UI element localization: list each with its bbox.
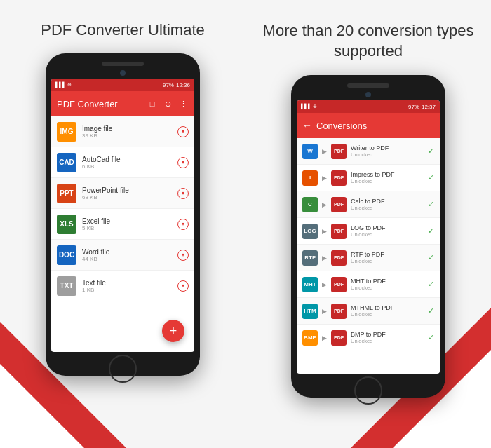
conversion-item[interactable]: W ▶ PDF Writer to PDF Unlocked ✓ bbox=[297, 138, 440, 165]
status-signal-left: ▌▌▌ ⊕ bbox=[55, 82, 161, 88]
app-header-left: PDF Converter □ ⊕ ⋮ bbox=[51, 91, 194, 116]
phone-camera bbox=[120, 70, 126, 76]
to-pdf-icon: PDF bbox=[331, 170, 347, 186]
file-type-icon: DOC bbox=[57, 245, 76, 265]
conversion-status: Unlocked bbox=[351, 231, 424, 238]
status-time-left: 12:36 bbox=[176, 82, 190, 88]
conversion-status: Unlocked bbox=[351, 258, 424, 264]
file-name: Word file bbox=[82, 248, 172, 256]
from-format-icon: RTF bbox=[302, 250, 318, 266]
conversions-title: Conversions bbox=[316, 121, 367, 131]
conversion-item[interactable]: C ▶ PDF Calc to PDF Unlocked ✓ bbox=[297, 191, 440, 218]
status-time-right: 12:37 bbox=[422, 104, 436, 110]
file-size: 39 KB bbox=[82, 133, 172, 139]
file-type-icon: XLS bbox=[57, 215, 76, 234]
conversion-status: Unlocked bbox=[351, 338, 424, 344]
file-info: PowerPoint file 68 KB bbox=[82, 186, 172, 201]
expand-icon[interactable]: ▾ bbox=[177, 188, 189, 199]
phone-speaker-right bbox=[347, 83, 389, 88]
from-format-icon: HTM bbox=[302, 304, 318, 319]
file-info: Word file 44 KB bbox=[82, 248, 172, 262]
arrow-icon: ▶ bbox=[322, 201, 327, 208]
file-item[interactable]: XLS Excel file 5 KB ▾ bbox=[51, 209, 194, 240]
expand-icon[interactable]: ▾ bbox=[177, 219, 189, 230]
conversion-item[interactable]: RTF ▶ PDF RTF to PDF Unlocked ✓ bbox=[297, 245, 440, 271]
conversion-status: Unlocked bbox=[351, 311, 424, 318]
globe-icon[interactable]: ⊕ bbox=[162, 98, 173, 109]
phone-camera-right bbox=[365, 92, 371, 97]
file-size: 6 KB bbox=[82, 163, 172, 170]
left-panel: PDF Converter Ultimate ▌▌▌ ⊕ 97% 12:36 P… bbox=[0, 0, 246, 448]
arrow-icon: ▶ bbox=[322, 228, 327, 235]
unlocked-checkmark: ✓ bbox=[428, 333, 434, 342]
more-icon[interactable]: ⋮ bbox=[177, 98, 189, 109]
content-wrapper: PDF Converter Ultimate ▌▌▌ ⊕ 97% 12:36 P… bbox=[0, 0, 491, 448]
to-pdf-icon: PDF bbox=[331, 277, 347, 292]
file-size: 44 KB bbox=[82, 256, 172, 262]
file-name: Image file bbox=[82, 125, 172, 133]
unlocked-checkmark: ✓ bbox=[428, 200, 434, 209]
fab-button[interactable]: + bbox=[162, 320, 184, 342]
status-battery-right: 97% bbox=[408, 104, 419, 110]
expand-icon[interactable]: ▾ bbox=[177, 250, 189, 261]
conversion-info: MTHML to PDF Unlocked bbox=[351, 304, 424, 318]
right-panel-title: More than 20 conversion types supported bbox=[246, 21, 491, 61]
file-info: Image file 39 KB bbox=[82, 125, 172, 139]
from-format-icon: MHT bbox=[302, 277, 318, 292]
conversion-item[interactable]: HTM ▶ PDF MTHML to PDF Unlocked ✓ bbox=[297, 298, 440, 325]
file-item[interactable]: PPT PowerPoint file 68 KB ▾ bbox=[51, 178, 194, 209]
phone-icon[interactable]: □ bbox=[147, 98, 158, 109]
right-phone-mockup: ▌▌▌ ⊕ 97% 12:37 ← Conversions W ▶ PDF Wr… bbox=[291, 75, 445, 398]
file-list: IMG Image file 39 KB ▾ CAD AutoCad file … bbox=[51, 116, 194, 301]
file-item[interactable]: IMG Image file 39 KB ▾ bbox=[51, 116, 194, 147]
expand-icon[interactable]: ▾ bbox=[177, 126, 189, 137]
from-format-icon: W bbox=[302, 144, 318, 159]
expand-icon[interactable]: ▾ bbox=[177, 280, 189, 292]
unlocked-checkmark: ✓ bbox=[428, 253, 434, 262]
file-name: PowerPoint file bbox=[82, 186, 172, 194]
file-name: AutoCad file bbox=[82, 156, 172, 163]
conversion-name: LOG to PDF bbox=[351, 224, 424, 231]
unlocked-checkmark: ✓ bbox=[428, 147, 434, 156]
arrow-icon: ▶ bbox=[322, 148, 327, 155]
to-pdf-icon: PDF bbox=[331, 224, 347, 239]
right-phone-screen: ▌▌▌ ⊕ 97% 12:37 ← Conversions W ▶ PDF Wr… bbox=[297, 100, 440, 374]
conversion-name: Calc to PDF bbox=[351, 198, 424, 205]
conversion-info: RTF to PDF Unlocked bbox=[351, 251, 424, 264]
left-phone-mockup: ▌▌▌ ⊕ 97% 12:36 PDF Converter □ ⊕ ⋮ IMG … bbox=[46, 53, 200, 376]
unlocked-checkmark: ✓ bbox=[428, 306, 434, 315]
back-button[interactable]: ← bbox=[302, 120, 312, 131]
unlocked-checkmark: ✓ bbox=[428, 173, 434, 182]
file-size: 5 KB bbox=[82, 225, 172, 231]
conversion-info: Calc to PDF Unlocked bbox=[351, 198, 424, 211]
arrow-icon: ▶ bbox=[322, 334, 327, 341]
file-info: AutoCad file 6 KB bbox=[82, 156, 172, 170]
conversion-name: RTF to PDF bbox=[351, 251, 424, 258]
arrow-icon: ▶ bbox=[322, 308, 327, 315]
phone-home-button[interactable] bbox=[109, 355, 137, 383]
conversion-item[interactable]: BMP ▶ PDF BMP to PDF Unlocked ✓ bbox=[297, 325, 440, 351]
to-pdf-icon: PDF bbox=[331, 144, 347, 159]
from-format-icon: LOG bbox=[302, 224, 318, 239]
conversion-name: MHT to PDF bbox=[351, 278, 424, 285]
expand-icon[interactable]: ▾ bbox=[177, 157, 189, 168]
to-pdf-icon: PDF bbox=[331, 250, 347, 266]
file-item[interactable]: DOC Word file 44 KB ▾ bbox=[51, 240, 194, 271]
file-item[interactable]: CAD AutoCad file 6 KB ▾ bbox=[51, 147, 194, 178]
status-signal-right: ▌▌▌ ⊕ bbox=[301, 104, 406, 109]
file-item[interactable]: TXT Text file 1 KB ▾ bbox=[51, 271, 194, 301]
conversion-info: Writer to PDF Unlocked bbox=[351, 144, 424, 158]
conversion-item[interactable]: LOG ▶ PDF LOG to PDF Unlocked ✓ bbox=[297, 218, 440, 245]
conversion-name: Writer to PDF bbox=[351, 144, 424, 151]
to-pdf-icon: PDF bbox=[331, 330, 347, 346]
conversion-item[interactable]: MHT ▶ PDF MHT to PDF Unlocked ✓ bbox=[297, 271, 440, 298]
file-size: 68 KB bbox=[82, 194, 172, 201]
arrow-icon: ▶ bbox=[322, 281, 327, 288]
conversion-item[interactable]: I ▶ PDF Impress to PDF Unlocked ✓ bbox=[297, 165, 440, 191]
file-type-icon: CAD bbox=[57, 153, 76, 172]
phone-home-button-right[interactable] bbox=[354, 376, 382, 405]
conversion-info: Impress to PDF Unlocked bbox=[351, 171, 424, 184]
to-pdf-icon: PDF bbox=[331, 304, 347, 319]
to-pdf-icon: PDF bbox=[331, 197, 347, 212]
file-type-icon: PPT bbox=[57, 184, 76, 203]
